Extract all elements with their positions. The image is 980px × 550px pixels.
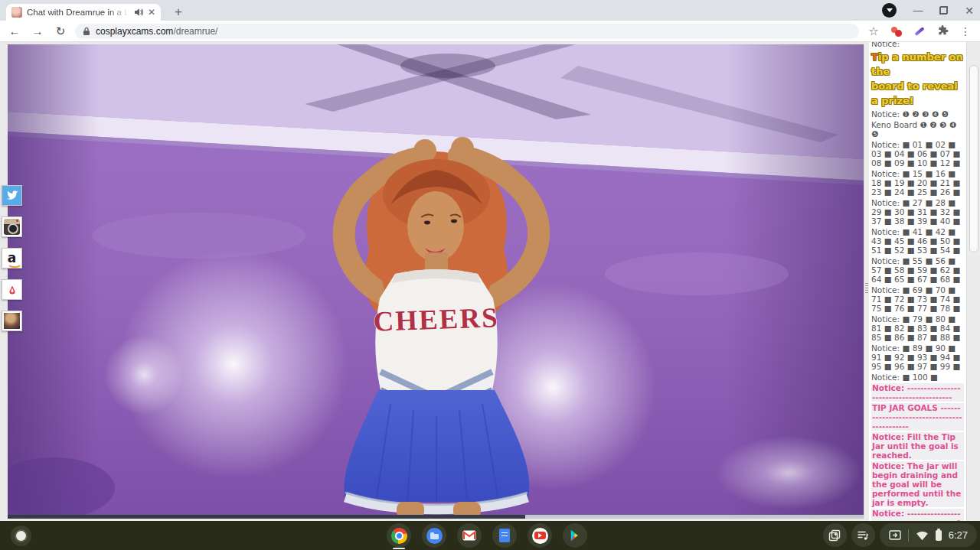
- keno-board-row: Notice: ■ 27 ■ 28 ■ 29 ■ 30 ■ 31 ■ 32 ■ …: [871, 198, 964, 226]
- scrollbar-thumb[interactable]: [969, 65, 978, 252]
- docs-app-icon[interactable]: [492, 523, 517, 548]
- chrome-icon: [391, 528, 407, 544]
- jersey-text: CHEERS: [373, 301, 499, 337]
- screen: Chat with Dreamrue in a Live ✕ + — ✕ ← →…: [0, 0, 980, 550]
- back-button[interactable]: ←: [6, 23, 23, 40]
- keno-board-row: Notice: ■ 15 ■ 16 ■ 18 ■ 19 ■ 20 ■ 21 ■ …: [871, 169, 964, 197]
- play-store-icon: [568, 529, 582, 542]
- media-controls-icon: [857, 529, 869, 542]
- youtube-icon: [532, 528, 548, 544]
- tab-strip: Chat with Dreamrue in a Live ✕ + — ✕: [0, 0, 980, 21]
- webcam-video-player[interactable]: CHEERS: [8, 44, 864, 519]
- close-window-button[interactable]: ✕: [963, 5, 975, 17]
- youtube-app-icon[interactable]: [528, 523, 552, 548]
- browser-tab[interactable]: Chat with Dreamrue in a Live ✕: [6, 4, 161, 21]
- amazon-icon[interactable]: a: [2, 248, 22, 268]
- instagram-icon[interactable]: [2, 216, 22, 237]
- keno-board-row: Notice: ■ 41 ■ 42 ■ 43 ■ 45 ■ 46 ■ 50 ■ …: [871, 227, 964, 255]
- keno-board-row: Notice: ■ 55 ■ 56 ■ 57 ■ 58 ■ 59 ■ 62 ■ …: [871, 256, 964, 284]
- chromeos-shelf: 6:27: [0, 521, 980, 550]
- url-path: /dreamrue/: [173, 26, 217, 37]
- gmail-app-icon[interactable]: [457, 523, 482, 548]
- clock: 6:27: [949, 529, 968, 541]
- airbnb-icon[interactable]: [2, 279, 22, 300]
- lock-icon: [83, 27, 90, 36]
- url-host: cosplayxcams.com: [96, 26, 173, 37]
- url-text: cosplayxcams.com/dreamrue/: [96, 26, 217, 37]
- browser-toolbar: ← → ↻ cosplayxcams.com/dreamrue/ ☆ ⋮: [0, 21, 980, 42]
- grip-icon: [865, 283, 868, 294]
- shelf-apps: [387, 523, 587, 548]
- chat-notice: Notice: The jar will begin draining and …: [871, 461, 964, 507]
- audio-playing-icon[interactable]: [134, 8, 143, 17]
- keno-board-row: Notice: ■ 100 ■: [871, 373, 964, 382]
- chat-notice: Notice: ❶ ❷ ❸ ❹ ❺: [871, 109, 964, 119]
- tab-close-icon[interactable]: ✕: [148, 8, 155, 17]
- keno-board-row: Notice: ■ 69 ■ 70 ■ 71 ■ 72 ■ 73 ■ 74 ■ …: [871, 285, 964, 313]
- tab-favicon: [11, 7, 22, 18]
- media-controls-button[interactable]: [851, 523, 875, 547]
- page-content: a: [0, 42, 980, 521]
- docs-icon: [499, 529, 510, 542]
- webcam-scene: CHEERS: [8, 44, 864, 519]
- launcher-button[interactable]: [11, 526, 31, 546]
- files-app-icon[interactable]: [422, 523, 446, 548]
- restore-button[interactable]: [939, 6, 948, 15]
- chat-notice: Keno Board ❶ ❷ ❸ ❹ ❺: [871, 120, 964, 138]
- launcher-icon: [16, 531, 26, 541]
- extension-pen-icon[interactable]: [911, 23, 928, 40]
- extensions-puzzle-icon[interactable]: [934, 23, 951, 40]
- twitter-icon[interactable]: [2, 185, 22, 206]
- keno-board-row: Notice: ■ 01 ■ 02 ■ 03 ■ 04 ■ 06 ■ 07 ■ …: [871, 140, 964, 168]
- chat-notice: Notice:: [871, 42, 964, 48]
- profile-chevron-button[interactable]: [882, 3, 897, 18]
- chat-tip-banner: Tip a number on the board to reveal a pr…: [871, 50, 964, 108]
- screen-capture-icon: [828, 529, 841, 542]
- scrollbar[interactable]: [966, 42, 980, 521]
- extension-red-icon[interactable]: [888, 23, 905, 40]
- screen-capture-button[interactable]: [823, 523, 847, 547]
- minimize-button[interactable]: —: [912, 5, 924, 17]
- chrome-app-icon[interactable]: [387, 523, 411, 548]
- files-icon: [426, 528, 443, 544]
- reload-button[interactable]: ↻: [52, 23, 69, 40]
- active-app-indicator: [393, 548, 405, 549]
- status-tray[interactable]: 6:27: [880, 523, 977, 547]
- chat-notice-divider: Notice: --------------------------------…: [871, 383, 964, 402]
- new-tab-button[interactable]: +: [168, 3, 188, 21]
- address-bar[interactable]: cosplayxcams.com/dreamrue/: [75, 24, 859, 39]
- battery-icon: [936, 530, 942, 541]
- profile-photo-icon[interactable]: [2, 311, 22, 331]
- forward-button[interactable]: →: [29, 23, 46, 40]
- chat-notice: Notice: Fill the Tip Jar until the goal …: [871, 432, 964, 460]
- bookmark-star-icon[interactable]: ☆: [865, 23, 882, 40]
- open-window-icon: [889, 530, 901, 540]
- gmail-icon: [462, 530, 476, 541]
- keno-board-row: Notice: ■ 79 ■ 80 ■ 81 ■ 82 ■ 83 ■ 84 ■ …: [871, 314, 964, 342]
- tip-jar-goals-header: TIP JAR GOALS --------------------------…: [871, 403, 964, 431]
- keno-board-row: Notice: ■ 89 ■ 90 ■ 91 ■ 92 ■ 93 ■ 94 ■ …: [871, 343, 964, 371]
- wifi-icon: [916, 530, 929, 541]
- tab-title: Chat with Dreamrue in a Live: [27, 8, 129, 17]
- chat-notice-divider: Notice: --------------------------------…: [871, 509, 964, 521]
- shelf-status-area: 6:27: [823, 523, 977, 547]
- chat-panel: Notice: Tip a number on the board to rev…: [869, 42, 966, 521]
- panel-resize-handle[interactable]: [864, 44, 869, 519]
- tray-divider: [908, 529, 909, 542]
- window-controls: — ✕: [882, 0, 975, 21]
- browser-menu-icon[interactable]: ⋮: [957, 23, 974, 40]
- play-store-app-icon[interactable]: [563, 523, 587, 548]
- video-buffer-bar: [8, 515, 864, 519]
